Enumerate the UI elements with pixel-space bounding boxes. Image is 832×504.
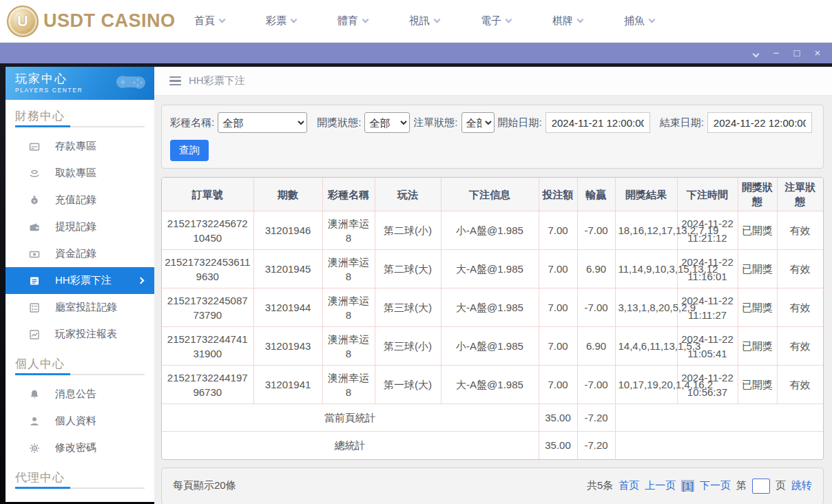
filter-panel: 彩種名稱: 全部 開獎狀態: 全部 注單狀態: 全部 開始日期: <box>161 105 824 169</box>
table-cell: 2152173224508773790 <box>162 288 253 327</box>
sidebar-item[interactable]: 個人資料 <box>6 408 154 434</box>
nav-item-1[interactable]: 彩票 <box>245 14 317 28</box>
column-header: 下注信息 <box>441 178 539 211</box>
table-cell: 7.00 <box>539 211 577 250</box>
logo-coin-icon: U <box>7 6 39 37</box>
bell-icon <box>29 389 40 400</box>
bet-table: 訂單號期數彩種名稱玩法下注信息投注額輸贏開獎結果下注時間開獎狀態注單狀態2152… <box>162 178 823 459</box>
sidebar-item[interactable]: 資金記錄 <box>6 240 154 267</box>
table-row: 215217322450877379031201944澳洲幸运8第三球(大)大-… <box>162 288 823 327</box>
menu-icon[interactable] <box>169 76 181 86</box>
sidebar-item-label: 玩家投注報表 <box>55 328 117 341</box>
table-header-row: 訂單號期數彩種名稱玩法下注信息投注額輸贏開獎結果下注時間開獎狀態注單狀態 <box>162 178 823 211</box>
table-row: 215217322441979673031201941澳洲幸运8第一球(大)大-… <box>162 366 823 404</box>
sidebar-item[interactable]: 充值記錄 <box>6 187 154 213</box>
lottery-name-select[interactable]: 全部 <box>218 112 307 133</box>
titlebar-chevron-down-icon[interactable] <box>745 43 766 63</box>
nav-item-label: 彩票 <box>266 14 287 28</box>
sidebar-item[interactable]: 取款專區 <box>6 160 154 187</box>
sidebar-sections: 財務中心存款專區取款專區充值記錄提現記錄資金記錄HH彩票下注廳室投註記錄玩家投注… <box>6 108 154 489</box>
sidebar-item[interactable]: 玩家投注報表 <box>6 321 154 348</box>
nav-item-3[interactable]: 視訊 <box>388 14 460 28</box>
total-count-text: 共5条 <box>587 479 613 492</box>
logo[interactable]: U USDT CASINO <box>0 6 174 37</box>
logo-text: USDT CASINO <box>43 10 176 32</box>
start-date-input[interactable] <box>545 112 650 133</box>
section-underline <box>15 374 145 375</box>
order-status-select[interactable]: 全部 <box>461 112 495 133</box>
table-cell: 第三球(小) <box>375 327 441 366</box>
search-button[interactable]: 查詢 <box>170 140 209 161</box>
table-cell: 澳洲幸运8 <box>322 288 375 327</box>
chevron-right-icon <box>138 277 145 284</box>
game-controller-graphic <box>113 71 149 96</box>
table-cell: 有效 <box>777 366 823 404</box>
total-summary-row: 總統計35.00-7.20 <box>162 432 823 459</box>
next-page-link[interactable]: 下一页 <box>700 479 731 492</box>
table-cell: 31201945 <box>253 250 322 288</box>
page-jump-input[interactable] <box>752 479 770 494</box>
withdraw-hand-icon <box>29 168 40 179</box>
jump-button[interactable]: 跳转 <box>791 479 812 492</box>
table-cell: 7.00 <box>539 288 577 327</box>
nav-item-6[interactable]: 捕魚 <box>603 14 675 28</box>
table-cell: 18,16,12,17,13,2,7,19 <box>615 211 677 250</box>
end-date-input[interactable] <box>707 112 812 133</box>
table-cell: 3,13,1,8,20,5,2,9 <box>615 288 677 327</box>
column-header: 下注時間 <box>677 178 738 211</box>
sidebar-item[interactable]: 存款專區 <box>6 133 154 160</box>
table-cell: 大-A盤@1.985 <box>441 250 539 288</box>
close-icon[interactable]: × <box>807 43 828 63</box>
column-header: 投注額 <box>539 178 577 211</box>
nav-item-label: 捕魚 <box>624 14 645 28</box>
prev-page-link[interactable]: 上一页 <box>645 479 676 492</box>
page-summary-empty <box>615 404 823 432</box>
table-cell: 2152173224536119630 <box>162 250 253 288</box>
funds-money-icon <box>29 249 40 260</box>
nav-item-5[interactable]: 棋牌 <box>532 14 603 28</box>
column-header: 輸贏 <box>577 178 615 211</box>
nav-item-2[interactable]: 體育 <box>317 14 388 28</box>
sidebar-item-label: 修改密碼 <box>55 441 96 454</box>
hall-record-icon <box>29 302 40 313</box>
current-page-indicator[interactable]: [1] <box>681 480 694 492</box>
section-underline <box>15 487 145 489</box>
table-row: 215217322447413190031201943澳洲幸运8第三球(小)小-… <box>162 327 823 366</box>
total-summary-winloss: -7.20 <box>577 432 615 459</box>
pagination-bar: 每頁顯示20條 共5条 首页 上一页 [1] 下一页 第 页 跳转 <box>161 468 824 504</box>
sidebar-item[interactable]: HH彩票下注 <box>6 267 154 294</box>
chevron-down-icon <box>219 17 226 23</box>
draw-status-select[interactable]: 全部 <box>364 112 410 133</box>
nav-item-label: 棋牌 <box>552 14 573 28</box>
chevron-down-icon <box>506 17 512 23</box>
table-cell: 有效 <box>777 250 823 288</box>
table-cell: 31201943 <box>253 327 322 366</box>
minimize-icon[interactable]: − <box>766 43 787 63</box>
table-cell: 已開獎 <box>738 250 777 288</box>
sidebar-item[interactable]: 廳室投註記錄 <box>6 294 154 321</box>
chevron-down-icon <box>434 17 441 23</box>
table-cell: 大-A盤@1.985 <box>441 288 539 327</box>
window-body: 玩家中心 PLAYERS CENTER 財務中心存款專區取款 <box>0 63 832 504</box>
table-cell: 已開獎 <box>738 211 777 250</box>
table-cell: 已開獎 <box>738 327 777 366</box>
bet-table-panel: 訂單號期數彩種名稱玩法下注信息投注額輸贏開獎結果下注時間開獎狀態注單狀態2152… <box>161 177 824 460</box>
chevron-down-icon <box>577 17 584 23</box>
table-cell: 31201941 <box>253 366 322 404</box>
sidebar-item-label: HH彩票下注 <box>55 274 112 287</box>
jump-label-suffix: 页 <box>776 479 786 492</box>
table-cell: 第二球(大) <box>375 250 441 288</box>
sidebar-item[interactable]: 提現記錄 <box>6 213 154 240</box>
table-cell: 有效 <box>777 288 823 327</box>
sidebar-item-label: 資金記錄 <box>55 247 96 260</box>
first-page-link[interactable]: 首页 <box>618 479 639 492</box>
table-cell: 第二球(小) <box>375 211 441 250</box>
sidebar-item[interactable]: 修改密碼 <box>6 434 154 461</box>
sidebar-item[interactable]: 消息公告 <box>6 381 154 408</box>
table-cell: 有效 <box>777 327 823 366</box>
breadcrumb: HH彩票下注 <box>154 67 832 96</box>
maximize-icon[interactable]: □ <box>787 43 807 63</box>
nav-item-4[interactable]: 電子 <box>460 14 532 28</box>
nav-item-0[interactable]: 首頁 <box>174 14 245 28</box>
table-cell: 10,17,19,20,1,4,16,2 <box>615 366 677 404</box>
